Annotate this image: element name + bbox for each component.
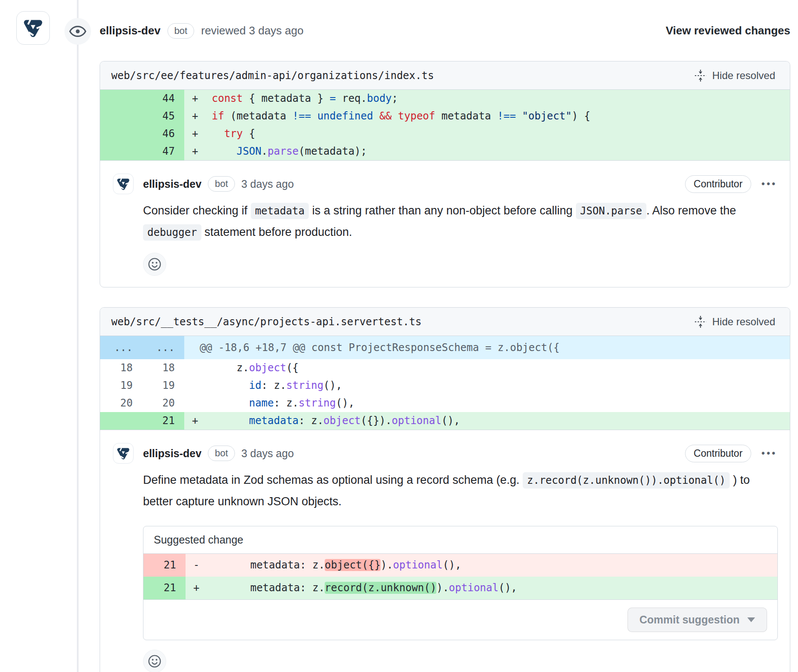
inline-code: debugger	[143, 224, 201, 241]
diff-line: 1818 z.object({	[100, 359, 790, 377]
diff-table: 44+const { metadata } = req.body;45+if (…	[100, 90, 790, 161]
code-token: metadata: z.	[213, 559, 325, 571]
hide-resolved-label: Hide resolved	[712, 316, 775, 328]
line-number-old[interactable]	[100, 107, 142, 125]
file-path-link[interactable]: web/src/ee/features/admin-api/organizati…	[111, 70, 434, 82]
kebab-menu-button[interactable]: •••	[761, 447, 778, 460]
comment-meta: ellipsis-dev bot 3 days ago	[143, 446, 294, 461]
comment-avatar[interactable]	[113, 443, 134, 464]
diff-table: ......@@ -18,6 +18,7 @@ const ProjectRes…	[100, 336, 790, 430]
hide-resolved-label: Hide resolved	[712, 70, 775, 82]
code-token: metadata	[249, 415, 299, 427]
line-number-old[interactable]	[100, 412, 142, 430]
code-token: req.	[336, 92, 367, 104]
diff-line: 44+const { metadata } = req.body;	[100, 90, 790, 107]
diff-line: 2020 name: z.string(),	[100, 394, 790, 412]
line-number-new[interactable]: 46	[142, 125, 184, 143]
diff-line-code: @@ -18,6 +18,7 @@ const ProjectResponseS…	[184, 336, 790, 359]
line-number-new[interactable]: 20	[142, 394, 184, 412]
code-token: object({}	[325, 559, 381, 571]
diff-line: 47+ JSON.parse(metadata);	[100, 143, 790, 160]
line-number-new[interactable]: 47	[142, 143, 184, 160]
code-token: (metadata);	[298, 145, 367, 157]
comment-header: ellipsis-dev bot 3 days ago Contributor …	[113, 174, 778, 194]
code-token: optional	[392, 415, 442, 427]
line-number-old[interactable]: 18	[100, 359, 142, 377]
diff-line: 46+ try {	[100, 125, 790, 143]
code-token: { metadata }	[243, 92, 329, 104]
inline-code: JSON.parse	[576, 203, 647, 219]
line-number-old[interactable]	[100, 90, 142, 107]
review-avatar[interactable]	[16, 11, 50, 45]
line-number-old[interactable]: ...	[100, 336, 142, 359]
comment-timestamp-link[interactable]: 3 days ago	[241, 447, 294, 460]
bot-badge: bot	[208, 446, 235, 461]
diff-sign: +	[184, 125, 212, 143]
comment-avatar[interactable]	[113, 174, 134, 194]
line-number[interactable]: 21	[143, 554, 186, 577]
inline-code: z.record(z.unknown()).optional()	[523, 472, 730, 489]
code-token: id	[249, 379, 262, 391]
code-token: {	[243, 128, 255, 140]
code-token: (),	[442, 415, 460, 427]
line-number-old[interactable]: 19	[100, 377, 142, 394]
comment-username-link[interactable]: ellipsis-dev	[143, 178, 201, 190]
code-token	[373, 110, 379, 122]
file-path-link[interactable]: web/src/__tests__/async/projects-api.ser…	[111, 316, 421, 328]
view-reviewed-changes-link[interactable]: View reviewed changes	[666, 24, 790, 37]
commit-suggestion-button[interactable]: Commit suggestion	[627, 608, 767, 632]
line-number-new[interactable]: 18	[142, 359, 184, 377]
code-token: (),	[499, 582, 517, 594]
code-token: name	[249, 397, 274, 409]
review-event-marker	[64, 18, 91, 45]
code-token: object	[323, 415, 361, 427]
line-number-new[interactable]: 44	[142, 90, 184, 107]
diff-sign: +	[184, 143, 212, 160]
suggestion-line-code: - metadata: z.object({}).optional(),	[186, 554, 777, 577]
line-number-new[interactable]: 45	[142, 107, 184, 125]
comment-body: Consider checking if metadata is a strin…	[143, 200, 778, 243]
add-reaction-button[interactable]	[143, 650, 166, 672]
code-token: ).	[436, 582, 449, 594]
diff-line-code: +if (metadata !== undefined && typeof me…	[184, 107, 790, 125]
suggestion-line-code: + metadata: z.record(z.unknown()).option…	[186, 577, 777, 599]
diff-line-code: + metadata: z.object({}).optional(),	[184, 412, 790, 430]
hide-resolved-button[interactable]: Hide resolved	[691, 313, 779, 331]
code-token: &&	[379, 110, 392, 122]
diff-line: 45+if (metadata !== undefined && typeof …	[100, 107, 790, 125]
line-number-old[interactable]: 20	[100, 394, 142, 412]
line-number-old[interactable]	[100, 143, 142, 160]
line-number[interactable]: 21	[143, 577, 186, 599]
review-header: ellipsis-dev bot reviewed 3 days ago	[100, 23, 304, 39]
code-token: metadata	[435, 110, 497, 122]
line-number-new[interactable]: 21	[142, 412, 184, 430]
contributor-badge: Contributor	[685, 175, 751, 193]
review-username-link[interactable]: ellipsis-dev	[100, 24, 161, 37]
code-token: (),	[336, 397, 354, 409]
hide-resolved-button[interactable]: Hide resolved	[691, 67, 779, 85]
suggested-change-block: Suggested change 21- metadata: z.object(…	[143, 526, 778, 640]
line-number-new[interactable]: ...	[142, 336, 184, 359]
code-token: ({	[286, 362, 298, 374]
smiley-icon	[148, 257, 161, 271]
suggestion-line: 21- metadata: z.object({}).optional(),	[143, 554, 777, 577]
code-token: const	[212, 92, 243, 104]
line-number-old[interactable]	[100, 125, 142, 143]
diff-line-code: name: z.string(),	[184, 394, 790, 412]
diff-sign: +	[184, 90, 212, 107]
code-token	[516, 110, 522, 122]
line-number-new[interactable]: 19	[142, 377, 184, 394]
review-action-text[interactable]: reviewed 3 days ago	[201, 24, 303, 37]
comment-timestamp-link[interactable]: 3 days ago	[241, 178, 294, 190]
code-token: .	[262, 145, 268, 157]
smiley-icon	[148, 654, 161, 668]
ellipsis-logo-icon	[115, 445, 131, 461]
code-token: !==	[292, 110, 311, 122]
contributor-badge: Contributor	[685, 445, 751, 462]
add-reaction-button[interactable]	[143, 253, 166, 276]
kebab-menu-button[interactable]: •••	[761, 177, 778, 191]
suggested-change-title: Suggested change	[143, 526, 777, 554]
code-token: optional	[449, 582, 499, 594]
code-token: : z.	[262, 379, 286, 391]
comment-username-link[interactable]: ellipsis-dev	[143, 447, 201, 460]
